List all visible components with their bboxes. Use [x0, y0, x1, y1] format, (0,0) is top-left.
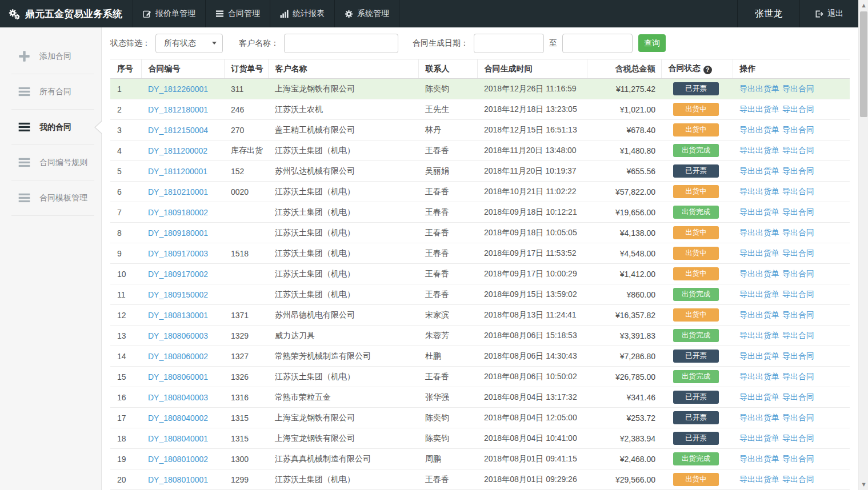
scrollbar-thumb[interactable] [860, 11, 867, 117]
nav-item-system[interactable]: 系统管理 [334, 0, 399, 27]
export-shipping-link[interactable]: 导出出货单 [739, 269, 779, 278]
export-shipping-link[interactable]: 导出出货单 [739, 454, 779, 463]
table-row[interactable]: 2 DY_1812180001 246 江苏沃土农机 王先生 2018年12月1… [110, 99, 850, 120]
export-contract-link[interactable]: 导出合同 [782, 351, 814, 360]
nav-item-contracts[interactable]: 合同管理 [205, 0, 270, 27]
contract-link[interactable]: DY_1812180001 [148, 105, 208, 114]
contract-link[interactable]: DY_1811200002 [148, 146, 207, 155]
status-filter-select[interactable]: 所有状态 [155, 34, 223, 53]
export-contract-link[interactable]: 导出合同 [782, 207, 814, 216]
table-row[interactable]: 12 DY_1808130001 1371 苏州昂德机电有限公司 宋家滨 201… [110, 305, 850, 326]
table-row[interactable]: 20 DY_1808010001 1299 江苏沃土集团（机电） 王春香 201… [110, 469, 850, 490]
export-contract-link[interactable]: 导出合同 [782, 228, 814, 237]
table-row[interactable]: 9 DY_1809170003 1518 江苏沃土集团（机电） 王春香 2018… [110, 243, 850, 264]
export-shipping-link[interactable]: 导出出货单 [739, 331, 779, 340]
contract-link[interactable]: DY_1808060001 [148, 372, 208, 381]
table-row[interactable]: 15 DY_1808060001 1326 江苏沃土集团（机电） 王春香 201… [110, 367, 850, 387]
nav-item-reports[interactable]: 统计报表 [270, 0, 334, 27]
table-row[interactable]: 16 DY_1808040003 1316 常熟市荣粒五金 张华强 2018年0… [110, 387, 850, 408]
export-shipping-link[interactable]: 导出出货单 [739, 475, 779, 484]
question-circle-icon[interactable]: ? [703, 66, 712, 74]
contract-link[interactable]: DY_1808010002 [148, 455, 208, 464]
export-contract-link[interactable]: 导出合同 [782, 125, 814, 134]
export-shipping-link[interactable]: 导出出货单 [739, 105, 779, 114]
export-contract-link[interactable]: 导出合同 [782, 248, 814, 258]
export-contract-link[interactable]: 导出合同 [782, 146, 814, 155]
contract-link[interactable]: DY_1808010001 [148, 475, 208, 484]
export-contract-link[interactable]: 导出合同 [782, 392, 814, 401]
export-contract-link[interactable]: 导出合同 [782, 372, 814, 381]
contract-link[interactable]: DY_1809180002 [148, 208, 208, 217]
export-contract-link[interactable]: 导出合同 [782, 269, 814, 278]
table-row[interactable]: 17 DY_1808040002 1315 上海宝龙钢铁有限公司 陈奕钧 201… [110, 408, 850, 428]
user-menu[interactable]: 张世龙 [737, 0, 799, 27]
export-shipping-link[interactable]: 导出出货单 [739, 228, 779, 237]
date-from-input[interactable] [474, 34, 544, 53]
sidebar-item-add-contract[interactable]: 添加合同 [0, 39, 101, 74]
customer-name-input[interactable] [284, 34, 398, 53]
contract-link[interactable]: DY_1808040002 [148, 413, 208, 423]
export-shipping-link[interactable]: 导出出货单 [739, 310, 779, 319]
sidebar-item-my-contracts[interactable]: 我的合同 [0, 110, 101, 144]
export-shipping-link[interactable]: 导出出货单 [739, 372, 779, 381]
sidebar-item-all-contracts[interactable]: 所有合同 [0, 74, 101, 109]
triangle-down-icon[interactable]: ▼ [859, 480, 868, 489]
table-row[interactable]: 7 DY_1809180002 江苏沃土集团（机电） 王春香 2018年09月1… [110, 202, 850, 223]
table-row[interactable]: 10 DY_1809170002 江苏沃土集团（机电） 王春香 2018年09月… [110, 264, 850, 284]
export-shipping-link[interactable]: 导出出货单 [739, 248, 779, 258]
export-shipping-link[interactable]: 导出出货单 [739, 413, 779, 422]
contract-link[interactable]: DY_1809180001 [148, 228, 208, 238]
export-shipping-link[interactable]: 导出出货单 [739, 187, 779, 196]
table-row[interactable]: 1 DY_1812260001 311 上海宝龙钢铁有限公司 陈奕钧 2018年… [110, 79, 850, 99]
export-contract-link[interactable]: 导出合同 [782, 331, 814, 340]
contract-link[interactable]: DY_1808130001 [148, 311, 208, 320]
export-shipping-link[interactable]: 导出出货单 [739, 433, 779, 443]
contract-link[interactable]: DY_1812260001 [148, 85, 208, 94]
contract-link[interactable]: DY_1812150004 [148, 126, 208, 135]
export-shipping-link[interactable]: 导出出货单 [739, 166, 779, 175]
table-row[interactable]: 5 DY_1811200001 152 苏州弘达机械有限公司 吴丽娟 2018年… [110, 161, 850, 182]
table-row[interactable]: 14 DY_1808060002 1327 常熟荣芳机械制造有限公司 杜鹏 20… [110, 346, 850, 367]
nav-item-quotes[interactable]: 报价单管理 [133, 0, 205, 27]
contract-link[interactable]: DY_1811200001 [148, 167, 207, 176]
export-shipping-link[interactable]: 导出出货单 [739, 84, 779, 93]
date-to-input[interactable] [562, 34, 633, 53]
export-contract-link[interactable]: 导出合同 [782, 105, 814, 114]
export-shipping-link[interactable]: 导出出货单 [739, 207, 779, 216]
export-contract-link[interactable]: 导出合同 [782, 166, 814, 175]
export-contract-link[interactable]: 导出合同 [782, 310, 814, 319]
contract-link[interactable]: DY_1808060003 [148, 331, 208, 340]
contract-link[interactable]: DY_1808040001 [148, 434, 208, 443]
table-row[interactable]: 3 DY_1812150004 270 盖王精工机械有限公司 林丹 2018年1… [110, 120, 850, 140]
table-row[interactable]: 13 DY_1808060003 1329 威力达刀具 朱蓉芳 2018年08月… [110, 326, 850, 346]
export-shipping-link[interactable]: 导出出货单 [739, 290, 779, 299]
search-button[interactable]: 查询 [638, 34, 666, 52]
table-row[interactable]: 18 DY_1808040001 1315 上海宝龙钢铁有限公司 陈奕钧 201… [110, 428, 850, 449]
export-contract-link[interactable]: 导出合同 [782, 187, 814, 196]
table-row[interactable]: 4 DY_1811200002 库存出货 江苏沃土集团（机电） 王春香 2018… [110, 140, 850, 161]
export-contract-link[interactable]: 导出合同 [782, 433, 814, 443]
contract-link[interactable]: DY_1810210001 [148, 187, 208, 196]
app-brand[interactable]: 鼎元五金贸易业务系统 [0, 0, 133, 27]
export-contract-link[interactable]: 导出合同 [782, 84, 814, 93]
table-row[interactable]: 8 DY_1809180001 江苏沃土集团（机电） 王春香 2018年09月1… [110, 223, 850, 243]
table-row[interactable]: 19 DY_1808010002 1300 江苏真真机械制造有限公司 周鹏 20… [110, 449, 850, 469]
contract-link[interactable]: DY_1808060002 [148, 352, 208, 361]
export-contract-link[interactable]: 导出合同 [782, 413, 814, 422]
export-shipping-link[interactable]: 导出出货单 [739, 392, 779, 401]
contract-link[interactable]: DY_1808040003 [148, 393, 208, 402]
table-row[interactable]: 11 DY_1809150002 江苏沃土集团（机电） 王春香 2018年09月… [110, 284, 850, 305]
contract-link[interactable]: DY_1809170002 [148, 270, 208, 279]
export-shipping-link[interactable]: 导出出货单 [739, 146, 779, 155]
contract-link[interactable]: DY_1809170003 [148, 249, 208, 258]
export-contract-link[interactable]: 导出合同 [782, 454, 814, 463]
export-shipping-link[interactable]: 导出出货单 [739, 125, 779, 134]
sidebar-item-template-management[interactable]: 合同模板管理 [0, 180, 101, 215]
export-contract-link[interactable]: 导出合同 [782, 290, 814, 299]
logout-button[interactable]: 退出 [799, 0, 858, 27]
contract-link[interactable]: DY_1809150002 [148, 290, 208, 299]
export-contract-link[interactable]: 导出合同 [782, 475, 814, 484]
sidebar-item-numbering-rules[interactable]: 合同编号规则 [0, 145, 101, 180]
export-shipping-link[interactable]: 导出出货单 [739, 351, 779, 360]
table-row[interactable]: 6 DY_1810210001 0020 江苏沃土集团（机电） 王春香 2018… [110, 182, 850, 202]
